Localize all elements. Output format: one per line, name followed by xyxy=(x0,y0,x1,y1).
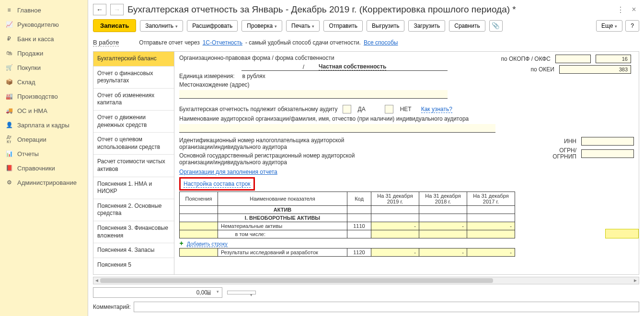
tab-cashflow[interactable]: Отчет о движении денежных средств xyxy=(93,111,174,133)
attach-button[interactable]: 📎 xyxy=(489,20,503,32)
row2-code: 1120 xyxy=(347,248,371,257)
tab-expl2[interactable]: Пояснения 2. Основные средства xyxy=(93,199,174,221)
close-icon[interactable]: × xyxy=(629,4,639,15)
sidebar-label: Операции xyxy=(17,136,46,143)
cell-2017[interactable]: - xyxy=(467,222,515,230)
auditor-name-input[interactable] xyxy=(179,124,495,133)
sidebar: ≡Главное 📈Руководителю ₽Банк и касса 🛍Пр… xyxy=(0,0,88,316)
sum-field2[interactable] xyxy=(227,291,256,294)
chart-icon: 📈 xyxy=(5,20,13,29)
audit-no-check[interactable] xyxy=(385,105,393,113)
tab-netassets[interactable]: Расчет стоимости чистых активов xyxy=(93,155,174,177)
tab-target[interactable]: Отчет о целевом использовании средств xyxy=(93,133,174,155)
tab-expl3[interactable]: Пояснения 3. Финансовые вложения xyxy=(93,221,174,243)
cell-2019[interactable]: - xyxy=(371,222,419,230)
scroll-marker xyxy=(605,229,639,238)
cell-expl2[interactable] xyxy=(180,248,218,257)
okopf-code1[interactable] xyxy=(555,55,591,63)
tab-expl5[interactable]: Пояснения 5 xyxy=(93,258,174,272)
ogrn-input[interactable] xyxy=(581,149,634,158)
sidebar-item-manager[interactable]: 📈Руководителю xyxy=(0,17,88,32)
forward-button[interactable]: → xyxy=(110,4,124,15)
cell2-2019[interactable]: - xyxy=(371,248,419,257)
inn-input[interactable] xyxy=(581,137,634,146)
tab-expl1[interactable]: Пояснения 1. НМА и НИОКР xyxy=(93,177,174,199)
sidebar-item-main[interactable]: ≡Главное xyxy=(0,3,88,17)
sidebar-item-admin[interactable]: ⚙Администрирование xyxy=(0,175,88,190)
cell-sub-2019[interactable] xyxy=(371,230,419,238)
auditor-name-label: Наименование аудиторской организации/фам… xyxy=(179,115,469,122)
bars-icon: 📊 xyxy=(5,149,13,158)
status-link[interactable]: В работе xyxy=(93,39,119,46)
add-row-link[interactable]: Добавить строку xyxy=(187,241,228,247)
section1-header: I. ВНЕОБОРОТНЫЕ АКТИВЫ xyxy=(218,214,347,222)
address-input[interactable] xyxy=(179,90,448,99)
report-panel: Организационно-правовая форма / форма со… xyxy=(174,51,639,275)
sidebar-label: Склад xyxy=(17,79,35,86)
cell-expl[interactable] xyxy=(180,222,218,230)
cell2-2018[interactable]: - xyxy=(419,248,467,257)
sidebar-item-bank[interactable]: ₽Банк и касса xyxy=(0,32,88,46)
sidebar-item-warehouse[interactable]: 📦Склад xyxy=(0,75,88,89)
h-scrollbar[interactable]: ◄ ► xyxy=(93,277,639,284)
cell-2018[interactable]: - xyxy=(419,222,467,230)
sidebar-item-reports[interactable]: 📊Отчеты xyxy=(0,147,88,161)
own-form-value[interactable]: Частная собственность xyxy=(319,63,386,70)
dkkr-icon: ДтКт xyxy=(5,135,13,144)
okei-code[interactable]: 383 xyxy=(559,65,631,74)
main: ← → Бухгалтерская отчетность за Январь -… xyxy=(88,0,644,316)
cell2-2017[interactable]: - xyxy=(467,248,515,257)
send-button[interactable]: Отправить xyxy=(323,20,363,32)
fill-button[interactable]: Заполнить xyxy=(140,20,183,32)
compare-button[interactable]: Сравнить xyxy=(449,20,485,32)
import-button[interactable]: Загрузить xyxy=(408,20,445,32)
sidebar-item-purchases[interactable]: 🛒Покупки xyxy=(0,60,88,75)
cell-expl-sub[interactable] xyxy=(180,230,218,238)
sidebar-label: Производство xyxy=(17,93,58,100)
calc-icon[interactable]: 🖩 xyxy=(206,289,212,296)
config-highlight: Настройка состава строк xyxy=(179,177,255,191)
check-button[interactable]: Проверка xyxy=(242,20,282,32)
sidebar-label: Банк и касса xyxy=(17,35,54,43)
help-button[interactable]: ? xyxy=(625,20,639,32)
write-button[interactable]: Записать xyxy=(93,19,136,32)
sidebar-item-sales[interactable]: 🛍Продажи xyxy=(0,46,88,60)
tab-expl4[interactable]: Пояснения 4. Запасы xyxy=(93,243,174,258)
tab-balance[interactable]: Бухгалтерский баланс xyxy=(93,52,174,67)
tab-capital[interactable]: Отчет об изменениях капитала xyxy=(93,89,174,111)
okopf-code2[interactable]: 16 xyxy=(596,55,631,63)
sidebar-item-production[interactable]: 🏭Производство xyxy=(0,89,88,103)
1c-report-link[interactable]: 1С-Отчетность xyxy=(203,39,242,46)
orgs-link[interactable]: Организации для заполнения отчета xyxy=(179,169,277,175)
export-button[interactable]: Выгрузить xyxy=(367,20,405,32)
decode-button[interactable]: Расшифровать xyxy=(187,20,238,32)
add-row-icon[interactable]: + xyxy=(180,239,184,247)
print-button[interactable]: Печать xyxy=(286,20,320,32)
info-text2: - самый удобный способ сдачи отчетности. xyxy=(245,39,361,46)
cell-sub-2018[interactable] xyxy=(419,230,467,238)
back-button[interactable]: ← xyxy=(93,4,106,15)
tabs-panel: Бухгалтерский баланс Отчет о финансовых … xyxy=(93,51,174,275)
sidebar-item-salary[interactable]: 👤Зарплата и кадры xyxy=(0,118,88,132)
comment-input[interactable] xyxy=(134,302,639,312)
sidebar-label: Администрирование xyxy=(17,179,77,186)
kebab-icon[interactable]: ⋮ xyxy=(615,4,626,15)
toolbar: Записать Заполнить Расшифровать Проверка… xyxy=(88,17,644,36)
okei-label: по ОКЕИ xyxy=(531,66,554,73)
config-rows-link[interactable]: Настройка состава строк xyxy=(184,181,251,188)
page-title: Бухгалтерская отчетность за Январь - Дек… xyxy=(127,4,611,15)
cell-sub-2017[interactable] xyxy=(467,230,515,238)
header: ← → Бухгалтерская отчетность за Январь -… xyxy=(88,0,644,17)
audit-yes-check[interactable] xyxy=(343,105,351,113)
sidebar-item-refs[interactable]: 📕Справочники xyxy=(0,161,88,175)
sidebar-item-operations[interactable]: ДтКтОперации xyxy=(0,132,88,147)
inn-short: ИНН xyxy=(564,138,576,145)
sidebar-label: Покупки xyxy=(17,64,41,71)
sidebar-item-os[interactable]: 🚚ОС и НМА xyxy=(0,103,88,118)
sum-field[interactable]: 0,00 🖩 xyxy=(93,287,222,298)
tab-finresults[interactable]: Отчет о финансовых результатах xyxy=(93,67,174,89)
how-link[interactable]: Как узнать? xyxy=(421,106,452,113)
more-button[interactable]: Еще xyxy=(596,20,622,32)
all-methods-link[interactable]: Все способы xyxy=(364,39,398,46)
info-bar: В работе Отправьте отчет через 1С-Отчетн… xyxy=(88,36,644,51)
